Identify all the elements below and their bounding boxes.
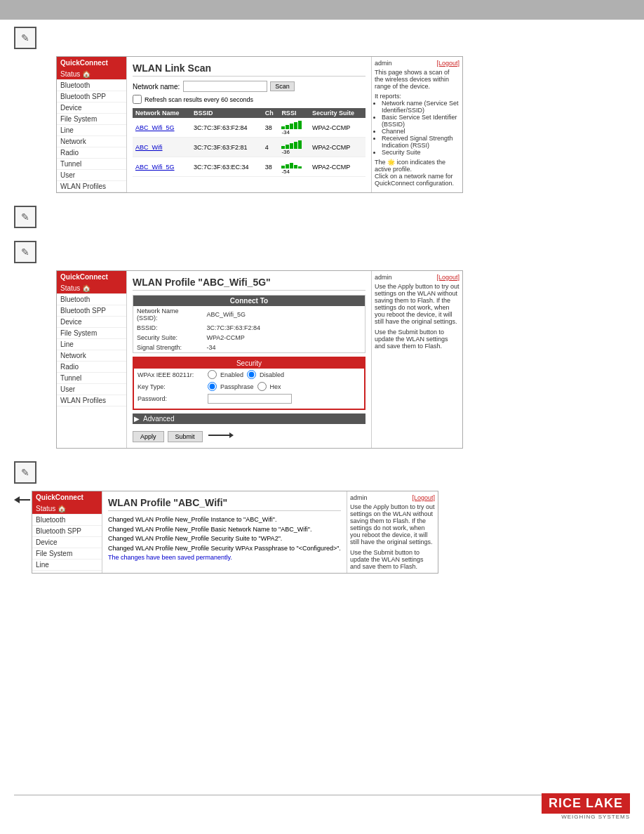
main-content-3: WLAN Profile "ABC_Wifi_5G" Connect To Ne… bbox=[127, 271, 371, 448]
status-messages: Changed WLAN Profile New_Profile Instanc… bbox=[108, 515, 341, 563]
bottom-divider bbox=[14, 795, 630, 795]
nav-item-device-3[interactable]: Device bbox=[57, 317, 126, 328]
nav-item-bluetooth-spp-1[interactable]: Bluetooth SPP bbox=[57, 91, 126, 102]
nav-item-line-1[interactable]: Line bbox=[57, 125, 126, 136]
admin-label-4: admin bbox=[350, 494, 368, 501]
logout-link-3[interactable]: [Logout] bbox=[436, 274, 459, 281]
nav-item-line-3[interactable]: Line bbox=[57, 339, 126, 350]
rssi-bars bbox=[281, 159, 307, 168]
right-panel-1: admin [Logout] This page shows a scan of… bbox=[371, 57, 462, 192]
nav-item-bluetooth-spp-3[interactable]: Bluetooth SPP bbox=[57, 305, 126, 317]
admin-label-1: admin bbox=[375, 60, 392, 67]
submit-note-3: Use the Submit button to update the WLAN… bbox=[375, 329, 459, 350]
right-panel-4: admin [Logout] Use the Apply button to t… bbox=[347, 491, 438, 573]
nav-item-device-4[interactable]: Device bbox=[32, 537, 102, 548]
nav-item-bluetooth-3[interactable]: Bluetooth bbox=[57, 294, 126, 305]
passphrase-radio[interactable] bbox=[208, 382, 217, 391]
right-desc-1: This page shows a scan of the wireless d… bbox=[375, 69, 459, 90]
nav-item-radio-1[interactable]: Radio bbox=[57, 147, 126, 159]
home-icon-3: 🏠 bbox=[82, 284, 90, 292]
logout-link-1[interactable]: [Logout] bbox=[436, 60, 459, 67]
wpax-row: WPAx IEEE 80211r: Enabled Disabled bbox=[134, 369, 364, 380]
rssi-bars bbox=[281, 139, 307, 149]
nav-item-bluetooth-4[interactable]: Bluetooth bbox=[32, 515, 102, 526]
field-signal-row: Signal Strength: -34 bbox=[133, 343, 365, 353]
refresh-checkbox[interactable] bbox=[133, 95, 142, 104]
logout-link-4[interactable]: [Logout] bbox=[412, 494, 435, 501]
nav-item-filesystem-4[interactable]: File System bbox=[32, 548, 102, 560]
section-2: ✎ bbox=[14, 206, 630, 228]
home-icon-4: 🏠 bbox=[58, 505, 66, 512]
nav-item-wlan-profiles-3[interactable]: WLAN Profiles bbox=[57, 395, 126, 406]
section-4: ✎ QuickConnect Status 🏠 Bluetooth Blueto… bbox=[14, 461, 630, 574]
bssid-cell: 3C:7C:3F:63:EC:34 bbox=[191, 157, 262, 177]
security-cell: WPA2-CCMP bbox=[309, 157, 365, 177]
section4-with-arrow: QuickConnect Status 🏠 Bluetooth Bluetoot… bbox=[14, 491, 630, 574]
admin-label-3: admin bbox=[375, 274, 392, 281]
nav-item-status-4[interactable]: Status 🏠 bbox=[32, 503, 102, 515]
nav-item-bluetooth-1[interactable]: Bluetooth bbox=[57, 80, 126, 91]
footnote-1: The 🌟 icon indicates the active profile. bbox=[375, 159, 459, 173]
panel-3: QuickConnect Status 🏠 Bluetooth Bluetoot… bbox=[56, 270, 463, 449]
submit-arrow bbox=[208, 432, 234, 438]
nav-header-1: QuickConnect bbox=[57, 57, 126, 69]
brand-logo: RICE LAKE WEIGHING SYSTEMS bbox=[542, 793, 630, 820]
apply-button[interactable]: Apply bbox=[133, 431, 164, 442]
network-name-link[interactable]: ABC_Wifi bbox=[135, 144, 163, 151]
apply-note-3: Use the Apply button to try out settings… bbox=[375, 283, 459, 325]
nav-item-status-1[interactable]: Status 🏠 bbox=[57, 69, 126, 80]
nav-item-network-3[interactable]: Network bbox=[57, 350, 126, 362]
reports-list-1: Network name (Service Set Identifier/SSI… bbox=[382, 100, 459, 156]
security-cell: WPA2-CCMP bbox=[309, 138, 365, 157]
reports-label-1: It reports: bbox=[375, 93, 459, 100]
nav-item-line-4[interactable]: Line bbox=[32, 560, 102, 571]
nav-header-3: QuickConnect bbox=[57, 271, 126, 283]
network-name-label: Network name: bbox=[133, 83, 180, 91]
nav-item-network-1[interactable]: Network bbox=[57, 136, 126, 147]
main-content-1: WLAN Link Scan Network name: Scan Refres… bbox=[127, 57, 371, 192]
note-icon-1: ✎ bbox=[14, 27, 36, 49]
submit-button[interactable]: Submit bbox=[168, 431, 203, 442]
apply-note-4: Use the Apply button to try out settings… bbox=[350, 503, 435, 545]
right-panel-3: admin [Logout] Use the Apply button to t… bbox=[371, 271, 462, 448]
network-name-link[interactable]: ABC_Wifi_5G bbox=[135, 124, 175, 131]
field-security-row: Security Suite: WPA2-CCMP bbox=[133, 333, 365, 343]
scan-button[interactable]: Scan bbox=[270, 81, 295, 91]
security-header: Security bbox=[134, 358, 364, 369]
nav-item-filesystem-3[interactable]: File System bbox=[57, 328, 126, 339]
panel-4: QuickConnect Status 🏠 Bluetooth Bluetoot… bbox=[32, 491, 438, 574]
wpax-radio-group: Enabled Disabled bbox=[208, 370, 361, 379]
password-input[interactable] bbox=[208, 394, 292, 404]
security-cell: WPA2-CCMP bbox=[309, 118, 365, 138]
click-note-1: Click on a network name for QuickConnect… bbox=[375, 173, 459, 187]
nav-item-tunnel-3[interactable]: Tunnel bbox=[57, 373, 126, 384]
nav-item-user-1[interactable]: User bbox=[57, 170, 126, 181]
network-name-input[interactable] bbox=[183, 81, 267, 92]
keytype-radio-group: Passphrase Hex bbox=[208, 382, 361, 391]
hex-radio[interactable] bbox=[257, 382, 267, 391]
nav-item-filesystem-1[interactable]: File System bbox=[57, 114, 126, 125]
left-nav-3: QuickConnect Status 🏠 Bluetooth Bluetoot… bbox=[57, 271, 127, 448]
col-network-name: Network Name bbox=[133, 108, 191, 118]
ch-cell: 4 bbox=[262, 138, 279, 157]
nav-item-tunnel-1[interactable]: Tunnel bbox=[57, 159, 126, 170]
nav-item-user-3[interactable]: User bbox=[57, 384, 126, 395]
nav-item-bluetooth-spp-4[interactable]: Bluetooth SPP bbox=[32, 526, 102, 537]
nav-item-device-1[interactable]: Device bbox=[57, 102, 126, 114]
nav-item-radio-3[interactable]: Radio bbox=[57, 362, 126, 373]
note-icon-3: ✎ bbox=[14, 241, 36, 263]
network-name-link[interactable]: ABC_Wifi_5G bbox=[135, 164, 175, 171]
left-nav-1: QuickConnect Status 🏠 Bluetooth Bluetoot… bbox=[57, 57, 127, 192]
security-form-table: WPAx IEEE 80211r: Enabled Disabled bbox=[134, 369, 364, 405]
nav-item-wlan-profiles-1[interactable]: WLAN Profiles bbox=[57, 181, 126, 192]
col-bssid: BSSID bbox=[191, 108, 262, 118]
panel-1: QuickConnect Status 🏠 Bluetooth Bluetoot… bbox=[56, 56, 463, 193]
rssi-cell: -54 bbox=[279, 157, 309, 177]
left-arrow-indicator bbox=[14, 496, 30, 503]
wpax-enabled-radio[interactable] bbox=[208, 370, 217, 379]
note-icon-2: ✎ bbox=[14, 206, 36, 228]
left-nav-4: QuickConnect Status 🏠 Bluetooth Bluetoot… bbox=[32, 491, 102, 573]
network-table-row: ABC_Wifi3C:7C:3F:63:F2:814-36WPA2-CCMP bbox=[133, 138, 365, 157]
wpax-disabled-radio[interactable] bbox=[247, 370, 256, 379]
nav-item-status-3[interactable]: Status 🏠 bbox=[57, 283, 126, 294]
